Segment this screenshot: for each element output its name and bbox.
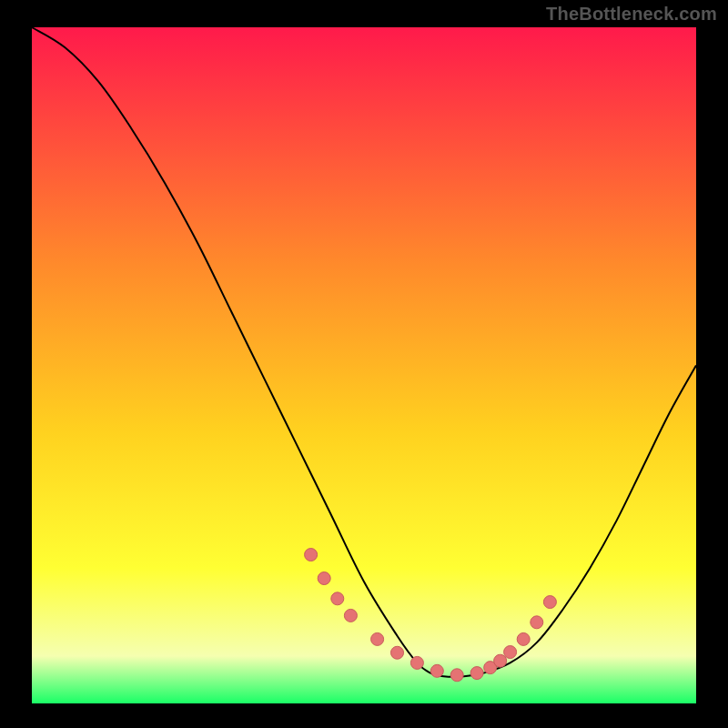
dot <box>531 616 543 629</box>
dot <box>517 632 530 645</box>
dot <box>430 664 443 677</box>
bottleneck-chart <box>0 0 728 728</box>
dot <box>494 654 507 667</box>
dot <box>450 669 463 682</box>
watermark-text: TheBottleneck.com <box>546 4 717 25</box>
dot <box>543 596 556 609</box>
dot <box>371 632 384 645</box>
dot <box>470 667 483 680</box>
dot <box>391 646 404 659</box>
dot <box>504 646 517 659</box>
dot <box>318 572 330 585</box>
dot <box>305 549 318 561</box>
dot <box>410 656 423 669</box>
chart-container: TheBottleneck.com <box>0 0 728 728</box>
dot <box>344 609 357 622</box>
dot <box>331 592 344 605</box>
